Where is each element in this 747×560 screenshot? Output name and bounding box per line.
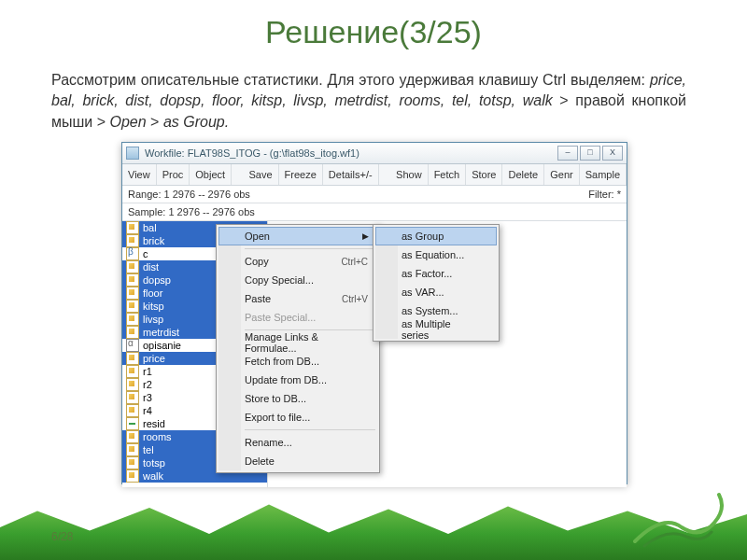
var-icon bbox=[126, 404, 139, 417]
var-label: r2 bbox=[143, 379, 152, 390]
menu-delete[interactable]: Delete bbox=[218, 452, 377, 470]
filter-label: Filter: * bbox=[588, 189, 621, 200]
slide-footer: 6/28 bbox=[51, 530, 73, 543]
window-title: Workfile: FLAT98S_ITOG - (g:\flat98s_ito… bbox=[145, 147, 552, 159]
body-pre: Рассмотрим описательные статистики. Для … bbox=[51, 72, 650, 88]
slide-body: Рассмотрим описательные статистики. Для … bbox=[51, 70, 686, 133]
var-label: tel bbox=[143, 444, 154, 455]
var-label: dist bbox=[143, 261, 159, 273]
var-icon bbox=[126, 234, 139, 247]
var-label: floor bbox=[143, 287, 162, 299]
slide: Решение(3/25) Рассмотрим описательные ст… bbox=[0, 0, 747, 560]
var-icon bbox=[126, 313, 139, 326]
var-label: totsp bbox=[143, 457, 165, 469]
sample-label: Sample: 1 2976 -- 2976 obs bbox=[128, 206, 255, 217]
toolbar-genr[interactable]: Genr bbox=[544, 164, 579, 185]
menu-rename[interactable]: Rename... bbox=[218, 433, 377, 452]
toolbar-show[interactable]: Show bbox=[390, 164, 429, 185]
var-icon bbox=[126, 326, 139, 339]
toolbar-sample[interactable]: Sample bbox=[580, 164, 627, 185]
var-icon bbox=[126, 469, 139, 483]
toolbar-freeze[interactable]: Freeze bbox=[279, 164, 323, 185]
grass-decoration bbox=[0, 495, 747, 560]
var-icon bbox=[126, 260, 139, 273]
var-label: price bbox=[143, 353, 165, 364]
toolbar-object[interactable]: Object bbox=[190, 164, 232, 185]
toolbar-delete[interactable]: Delete bbox=[502, 164, 544, 185]
toolbar: ViewProcObjectSaveFreezeDetails+/-ShowFe… bbox=[122, 164, 627, 186]
var-label: r4 bbox=[143, 405, 152, 416]
menu-copyspecial[interactable]: Copy Special... bbox=[218, 271, 377, 289]
var-icon bbox=[126, 391, 139, 404]
open-submenu: as Groupas Equation...as Factor...as VAR… bbox=[373, 224, 500, 342]
menu-copy[interactable]: CopyCtrl+C bbox=[218, 252, 377, 271]
context-menu: Open▶CopyCtrl+CCopy Special...PasteCtrl+… bbox=[216, 224, 380, 473]
app-icon bbox=[126, 147, 139, 160]
toolbar-store[interactable]: Store bbox=[466, 164, 502, 185]
toolbar-proc[interactable]: Proc bbox=[157, 164, 190, 185]
toolbar-fetch[interactable]: Fetch bbox=[429, 164, 467, 185]
slide-title: Решение(3/25) bbox=[0, 14, 747, 50]
submenu-asgroup[interactable]: as Group bbox=[375, 227, 497, 245]
var-icon bbox=[126, 300, 139, 313]
menu-open[interactable]: Open▶ bbox=[218, 227, 377, 245]
menu-updatefromdb[interactable]: Update from DB... bbox=[218, 371, 377, 389]
toolbar-save[interactable]: Save bbox=[244, 164, 279, 185]
var-label: livsp bbox=[143, 314, 163, 325]
toolbar-details[interactable]: Details+/- bbox=[323, 164, 379, 185]
var-icon bbox=[126, 352, 139, 365]
submenu-arrow-icon: ▶ bbox=[362, 231, 369, 241]
body-gt: > bbox=[147, 114, 163, 130]
var-label: r3 bbox=[143, 392, 152, 403]
submenu-asvar[interactable]: as VAR... bbox=[375, 283, 497, 301]
var-icon bbox=[126, 287, 139, 300]
var-icon bbox=[126, 417, 139, 430]
submenu-asfactor[interactable]: as Factor... bbox=[375, 264, 497, 283]
menu-exporttofile[interactable]: Export to file... bbox=[218, 408, 377, 427]
var-icon bbox=[126, 456, 139, 469]
minimize-button[interactable]: – bbox=[557, 146, 578, 161]
var-icon bbox=[126, 339, 139, 352]
var-icon bbox=[126, 378, 139, 391]
var-icon bbox=[126, 221, 139, 234]
menu-managelinksformulae[interactable]: Manage Links & Formulae... bbox=[218, 333, 377, 352]
var-label: bal bbox=[143, 222, 157, 233]
var-label: resid bbox=[143, 418, 165, 429]
var-icon bbox=[126, 443, 139, 456]
var-icon bbox=[126, 273, 139, 287]
toolbar-view[interactable]: View bbox=[122, 164, 157, 185]
var-label: dopsp bbox=[143, 274, 171, 286]
menu-fetchfromdb[interactable]: Fetch from DB... bbox=[218, 352, 377, 371]
menu-storetodb[interactable]: Store to DB... bbox=[218, 389, 377, 408]
var-label: opisanie bbox=[143, 340, 181, 351]
var-label: r1 bbox=[143, 366, 152, 377]
var-icon bbox=[126, 247, 139, 260]
maximize-button[interactable]: □ bbox=[580, 146, 600, 161]
shortcut-label: Ctrl+V bbox=[342, 294, 368, 304]
var-label: kitsp bbox=[143, 301, 164, 312]
submenu-asmultipleseries[interactable]: as Multiple series bbox=[375, 320, 497, 339]
body-group: as Group. bbox=[163, 114, 229, 130]
var-label: c bbox=[143, 248, 148, 259]
range-label: Range: 1 2976 -- 2976 obs bbox=[128, 189, 250, 200]
shortcut-label: Ctrl+C bbox=[341, 257, 368, 267]
body-open: Open bbox=[110, 114, 147, 130]
var-icon bbox=[126, 430, 139, 443]
app-window: Workfile: FLAT98S_ITOG - (g:\flat98s_ito… bbox=[121, 142, 627, 484]
titlebar[interactable]: Workfile: FLAT98S_ITOG - (g:\flat98s_ito… bbox=[122, 143, 627, 164]
sample-row: Sample: 1 2976 -- 2976 obs bbox=[122, 203, 627, 221]
submenu-asequation[interactable]: as Equation... bbox=[375, 245, 497, 264]
menu-paste[interactable]: PasteCtrl+V bbox=[218, 289, 377, 308]
var-label: walk bbox=[143, 470, 163, 482]
var-label: brick bbox=[143, 235, 164, 246]
var-label: metrdist bbox=[143, 327, 179, 338]
menu-pastespecial: Paste Special... bbox=[218, 308, 377, 327]
var-icon bbox=[126, 365, 139, 378]
window-buttons: – □ X bbox=[557, 146, 623, 161]
workarea: balbrickcdistdopspfloorkitsplivspmetrdis… bbox=[122, 221, 627, 487]
var-label: rooms bbox=[143, 431, 172, 442]
close-button[interactable]: X bbox=[602, 146, 623, 161]
info-row: Range: 1 2976 -- 2976 obs Filter: * bbox=[122, 186, 627, 203]
submenu-assystem[interactable]: as System... bbox=[375, 301, 497, 320]
